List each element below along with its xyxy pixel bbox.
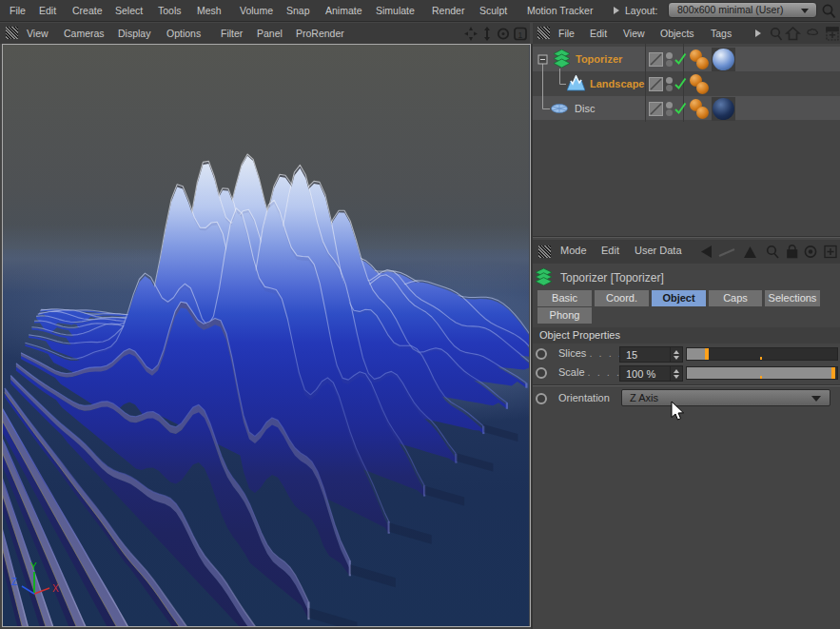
svg-text:1: 1 (518, 30, 523, 40)
svg-text:X: X (52, 583, 59, 594)
svg-text:Z: Z (11, 577, 17, 587)
svg-text:Y: Y (30, 561, 37, 572)
